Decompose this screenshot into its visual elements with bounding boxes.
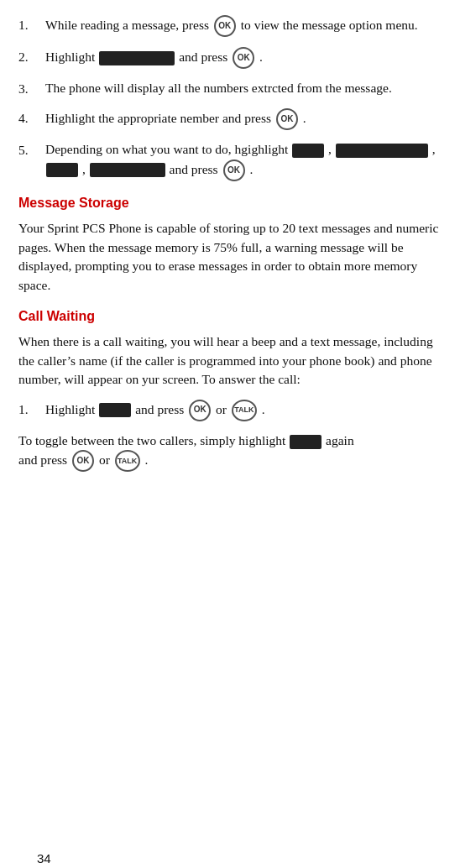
highlight-block-5d <box>90 163 165 177</box>
list1-item1-text-before: While reading a message, press <box>45 18 209 32</box>
cw-list-content-1: Highlight and press OK or TALK . <box>45 400 442 421</box>
highlight-block-5c <box>46 163 78 177</box>
list-item-1: 1. While reading a message, press OK to … <box>18 15 442 37</box>
list1-item4-period: . <box>303 111 306 125</box>
cw-list-num-1: 1. <box>18 400 45 419</box>
list-num-4: 4. <box>18 108 45 128</box>
cw-and-press: and press <box>135 401 187 416</box>
list1-item3-text: The phone will display all the numbers e… <box>45 81 392 95</box>
list-item-5: 5. Depending on what you want to do, hgi… <box>18 140 442 180</box>
list1-item5-text-before: Depending on what you want to do, hgighl… <box>45 142 291 156</box>
list1-item2-highlight-label: Highlight <box>45 50 98 64</box>
list-num-1: 1. <box>18 15 45 34</box>
list1-item5-comma3: , <box>82 162 89 176</box>
list-item-2: 2. Highlight and press OK . <box>18 47 442 69</box>
cw-talk-button: TALK <box>232 400 257 421</box>
list-num-3: 3. <box>18 79 45 98</box>
message-storage-heading: Message Storage <box>18 193 442 212</box>
cw-ok-button: OK <box>189 400 211 421</box>
list-content-5: Depending on what you want to do, hgighl… <box>45 140 442 180</box>
cw-list-item-1: 1. Highlight and press OK or TALK . <box>18 400 442 421</box>
toggle-highlight-block <box>290 435 321 449</box>
message-storage-section: Message Storage Your Sprint PCS Phone is… <box>18 193 442 295</box>
list-content-4: Highlight the appropriate nember and pre… <box>45 108 442 130</box>
ok-button-1: OK <box>214 15 236 37</box>
highlight-block-5b <box>336 144 428 158</box>
list-num-2: 2. <box>18 47 45 66</box>
list-item-3: 3. The phone will display all the number… <box>18 79 442 98</box>
ok-button-5: OK <box>223 159 245 181</box>
toggle-text-middle: again <box>326 433 354 447</box>
call-waiting-list: 1. Highlight and press OK or TALK . <box>18 400 442 421</box>
cw-highlight-block <box>99 403 131 417</box>
toggle-ok-button: OK <box>72 450 94 472</box>
toggle-paragraph: To toggle between the two callers, simpl… <box>18 431 442 472</box>
list1-item2-period: . <box>259 50 263 64</box>
highlight-block-2 <box>99 51 175 65</box>
list-content-1: While reading a message, press OK to vie… <box>45 15 442 37</box>
list-num-5: 5. <box>18 140 45 159</box>
ok-button-4: OK <box>276 108 298 130</box>
page-wrapper: 1. While reading a message, press OK to … <box>18 15 442 868</box>
cw-period: . <box>262 401 265 416</box>
toggle-text-before: To toggle between the two callers, simpl… <box>18 433 285 447</box>
list-item-4: 4. Highlight the appropriate nember and … <box>18 108 442 130</box>
toggle-talk-button: TALK <box>115 450 140 472</box>
list1-item5-comma1: , <box>328 142 335 156</box>
list-content-2: Highlight and press OK . <box>45 47 442 69</box>
call-waiting-section: Call Waiting When there is a call waitin… <box>18 306 442 472</box>
list1-item2-and-press: and press <box>179 50 231 64</box>
numbered-list-1: 1. While reading a message, press OK to … <box>18 15 442 181</box>
toggle-and-press: and press <box>18 452 71 467</box>
cw-highlight-label: Highlight <box>45 401 98 416</box>
call-waiting-intro: When there is a call waiting, you will h… <box>18 332 442 389</box>
list1-item5-comma2: , <box>432 142 436 156</box>
ok-button-2: OK <box>233 47 254 69</box>
list1-item5-period: . <box>249 162 253 176</box>
toggle-or: or <box>99 452 113 467</box>
list1-item1-text-after: to view the message option menu. <box>241 18 418 32</box>
highlight-block-5a <box>292 144 324 158</box>
cw-or: or <box>216 401 230 416</box>
page-number: 34 <box>37 850 51 868</box>
list1-item4-text-before: Highlight the appropriate nember and pre… <box>45 111 271 125</box>
message-storage-body: Your Sprint PCS Phone is capable of stor… <box>18 219 442 295</box>
call-waiting-heading: Call Waiting <box>18 306 442 326</box>
list-content-3: The phone will display all the numbers e… <box>45 79 442 97</box>
list1-item5-and-press: and press <box>170 162 222 176</box>
toggle-period: . <box>145 452 149 467</box>
